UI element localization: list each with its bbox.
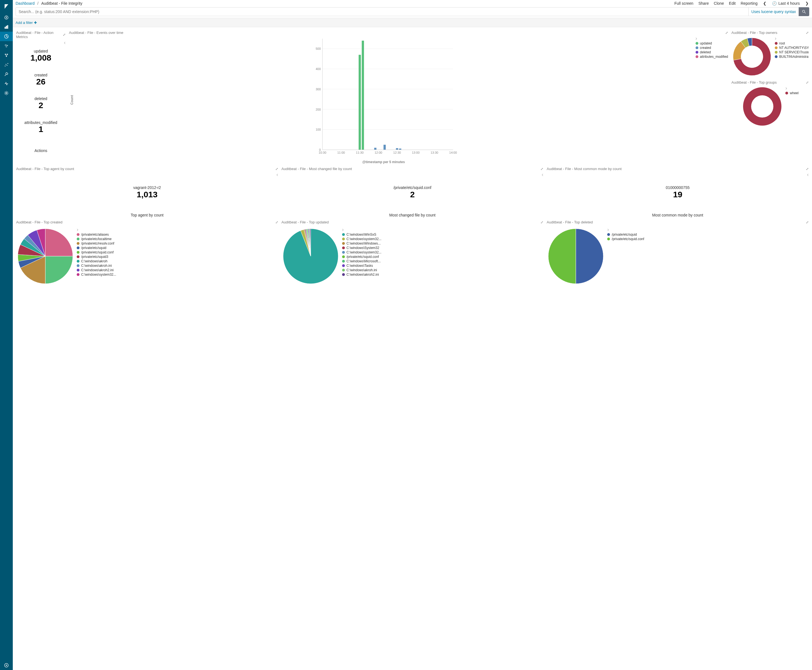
legend-item[interactable]: /private/etc/squid [77,246,116,250]
legend-item[interactable]: C:\windows\akroh.ini [342,268,382,272]
lucene-syntax-link[interactable]: Uses lucene query syntax [749,7,798,16]
action-edit[interactable]: Edit [729,1,736,5]
expand-icon[interactable]: ⤢ [276,220,278,224]
legend-item[interactable]: C:\windows\akroh2.ini [342,272,382,276]
chevron-left-icon[interactable]: ‹ [541,172,543,177]
legend-item[interactable]: C:\windows\akroh.ini [77,264,116,267]
nav-discover[interactable] [0,13,13,22]
time-next-icon[interactable]: ❯ [805,1,809,5]
legend-swatch [342,255,345,258]
top-owners-donut[interactable] [731,36,773,78]
action-share[interactable]: Share [698,1,709,5]
nav-timelion[interactable] [0,41,13,51]
expand-icon[interactable]: ⤢ [276,167,278,171]
events-bar-chart[interactable]: 010020030040050010:3011:0011:3012:0012:3… [74,36,694,158]
nav-ml[interactable] [0,60,13,69]
svg-point-43 [741,46,763,68]
kibana-logo[interactable] [0,0,13,13]
nav-dashboard[interactable] [0,32,13,41]
expand-icon[interactable]: ⤢ [63,33,66,37]
legend-item[interactable]: C:\windows\system32... [342,237,382,241]
legend-label: attributes_modified [700,55,728,59]
stat-value: 19 [546,190,809,199]
chevron-left-icon[interactable]: ‹ [276,172,278,177]
top-updated-pie[interactable] [281,227,340,285]
legend-swatch [695,46,698,49]
nav-monitoring[interactable] [0,79,13,88]
action-fullscreen[interactable]: Full screen [675,1,694,5]
expand-icon[interactable]: ⤢ [806,220,809,224]
svg-point-11 [7,63,8,64]
time-prev-icon[interactable]: ❮ [763,1,767,5]
metric-label: updated [16,49,66,53]
legend-item[interactable]: C:\windows\system32... [342,250,382,254]
search-button[interactable] [798,7,809,16]
chevron-left-icon[interactable]: ‹ [807,172,809,177]
legend-label: /private/etc/squid3 [81,255,108,259]
legend-item[interactable]: C:\windows\WinSxS [342,233,382,237]
legend-item[interactable]: C:\windows\akroh2.ini [77,268,116,272]
expand-icon[interactable]: ⤢ [541,220,543,224]
y-axis-label: Count [69,95,74,105]
legend-swatch [77,247,80,249]
top-deleted-pie[interactable] [546,227,605,285]
chevron-left-icon[interactable]: ‹ [64,40,66,45]
action-clone[interactable]: Clone [714,1,724,5]
metric-value: 2 [16,101,66,110]
legend-item[interactable]: C:\windows\Microsoft... [342,259,382,263]
legend-label: C:\windows\Windows... [347,242,381,245]
legend-item[interactable]: BUILTIN\Administrato... [775,55,809,59]
panel-title-label: Auditbeat - File - Most common mode by c… [546,167,622,171]
nav-visualize[interactable] [0,22,13,32]
legend-item[interactable]: root [775,41,809,45]
legend-item[interactable]: C:\windows\Tasks [342,264,382,267]
legend-item[interactable]: /private/etc/localtime [77,237,116,241]
expand-icon[interactable]: ⤢ [806,81,809,85]
nav-devtools[interactable] [0,69,13,79]
expand-icon[interactable]: ⤢ [806,31,809,35]
add-filter-button[interactable]: Add a filter ✚ [15,20,37,25]
legend-item[interactable]: /private/etc/squid [607,233,644,237]
legend-item[interactable]: /private/etc/aliases [77,233,116,237]
legend-swatch [77,269,80,271]
expand-icon[interactable]: ⤢ [725,31,728,35]
panel-most-changed-file: Auditbeat - File - Most changed file by … [280,165,545,218]
search-input[interactable] [15,7,749,16]
legend-item[interactable]: deleted [695,50,728,54]
legend-item[interactable]: /private/etc/squid3 [77,255,116,259]
nav-apm[interactable] [0,51,13,60]
expand-icon[interactable]: ⤢ [806,167,809,171]
legend-item[interactable]: created [695,46,728,50]
top-created-pie[interactable] [16,227,74,285]
top-groups-donut[interactable] [741,86,783,127]
legend-label: C:\windows\Microsoft... [347,259,381,263]
chevron-right-icon[interactable]: › [785,85,787,91]
chevron-right-icon[interactable]: › [607,227,609,232]
time-range-picker[interactable]: 🕘 Last 4 hours [772,1,800,5]
expand-icon[interactable]: ⤢ [541,167,543,171]
legend-item[interactable]: attributes_modified [695,55,728,59]
legend-item[interactable]: /private/etc/resolv.conf [77,242,116,245]
legend-item[interactable]: updated [695,41,728,45]
action-reporting[interactable]: Reporting [741,1,758,5]
legend-item[interactable]: C:\windows\Windows... [342,242,382,245]
nav-management[interactable] [0,88,13,98]
legend-item[interactable]: NT AUTHORITY\SYSTE... [775,46,809,50]
chevron-right-icon[interactable]: › [695,36,697,41]
breadcrumb-root[interactable]: Dashboard [15,1,35,5]
legend-item[interactable]: C:\windows\System32 [342,246,382,250]
legend-label: NT AUTHORITY\SYSTE... [779,46,809,50]
nav-collapse[interactable] [0,661,13,670]
chevron-right-icon[interactable]: › [342,227,344,232]
chevron-right-icon[interactable]: › [775,36,776,41]
legend-label: C:\windows\akroh [81,259,108,263]
legend-swatch [775,51,778,54]
legend-item[interactable]: wheel [785,91,798,95]
chevron-right-icon[interactable]: › [77,227,78,232]
legend-item[interactable]: C:\windows\system32... [77,272,116,276]
legend-item[interactable]: /private/etc/squid.conf [342,255,382,259]
legend-item[interactable]: NT SERVICE\TrustedIn... [775,50,809,54]
legend-item[interactable]: C:\windows\akroh [77,259,116,263]
legend-item[interactable]: /private/etc/squid.conf [77,250,116,254]
legend-item[interactable]: /private/etc/squid.conf [607,237,644,241]
